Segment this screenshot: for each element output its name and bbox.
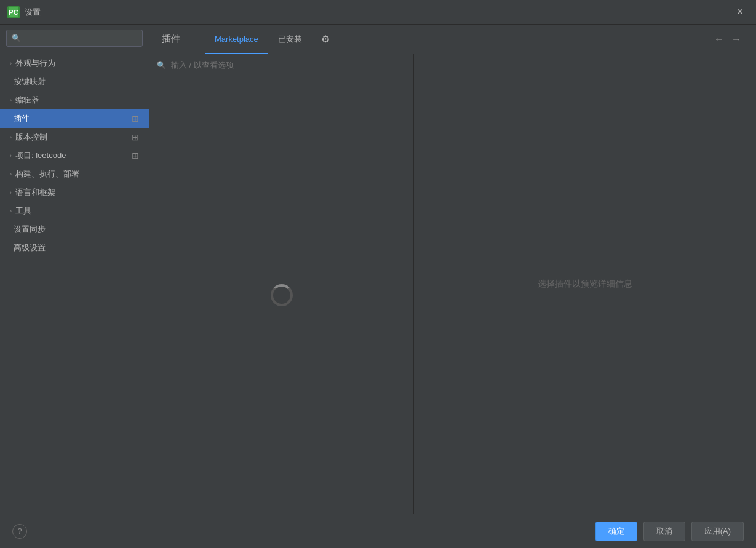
cancel-button[interactable]: 取消 [643, 522, 685, 541]
sidebar-items-list: › 外观与行为 按键映射 › 编辑器 插件 ⊞ › 版本控制 ⊞ [0, 52, 149, 514]
sidebar-item-plugins[interactable]: 插件 ⊞ [0, 109, 149, 128]
close-button[interactable]: × [731, 4, 749, 21]
plugin-detail-placeholder: 选择插件以预览详细信息 [538, 279, 632, 290]
apply-button[interactable]: 应用(A) [691, 522, 744, 541]
plugin-section-title: 插件 [162, 33, 180, 45]
tab-marketplace[interactable]: Marketplace [205, 25, 268, 54]
sidebar-item-label: 插件 [14, 113, 30, 124]
nav-back-button[interactable]: ← [712, 32, 726, 47]
arrow-icon: › [10, 134, 12, 140]
sidebar-item-appearance[interactable]: › 外观与行为 [0, 54, 149, 73]
arrow-icon: › [10, 189, 12, 196]
sidebar: 🔍 › 外观与行为 按键映射 › 编辑器 插件 ⊞ › [0, 25, 149, 514]
ok-button[interactable]: 确定 [595, 522, 637, 541]
tab-nav: ← → [712, 32, 744, 47]
sidebar-item-label: 构建、执行、部署 [15, 169, 79, 180]
arrow-icon: › [10, 60, 12, 66]
plugin-detail-area: 选择插件以预览详细信息 [414, 54, 756, 514]
footer: ? 确定 取消 应用(A) [0, 514, 756, 548]
tabs-container: Marketplace 已安装 ⚙ ← → [205, 25, 744, 54]
sidebar-item-advanced[interactable]: 高级设置 [0, 239, 149, 257]
help-button[interactable]: ? [12, 524, 27, 539]
plugin-search-bar[interactable]: 🔍 [149, 54, 413, 76]
sidebar-item-label: 按键映射 [14, 76, 46, 87]
sidebar-item-label: 外观与行为 [15, 58, 55, 69]
plugin-body: 🔍 选择插件以预览详细信息 [149, 54, 756, 514]
main-content: 🔍 › 外观与行为 按键映射 › 编辑器 插件 ⊞ › [0, 25, 756, 514]
plugin-search-icon: 🔍 [157, 61, 166, 69]
sidebar-item-label: 编辑器 [15, 95, 39, 106]
sidebar-item-label: 工具 [15, 205, 31, 216]
arrow-icon: › [10, 171, 12, 177]
sidebar-item-label: 项目: leetcode [15, 150, 66, 161]
sidebar-item-languages[interactable]: › 语言和框架 [0, 183, 149, 202]
sidebar-item-tools[interactable]: › 工具 [0, 202, 149, 220]
settings-gear-button[interactable]: ⚙ [317, 31, 334, 48]
plugin-search-input[interactable] [171, 60, 406, 69]
plugin-header: 插件 Marketplace 已安装 ⚙ ← → [149, 25, 756, 54]
sidebar-search-container[interactable]: 🔍 [6, 30, 143, 47]
title-bar: PC 设置 × [0, 0, 756, 25]
right-panel: 插件 Marketplace 已安装 ⚙ ← → 🔍 [149, 25, 756, 514]
sidebar-search-input[interactable] [25, 34, 137, 42]
nav-forward-button[interactable]: → [729, 32, 744, 47]
vcs-icon: ⊞ [132, 132, 139, 142]
sidebar-item-project[interactable]: › 项目: leetcode ⊞ [0, 146, 149, 165]
arrow-icon: › [10, 208, 12, 214]
sidebar-item-label: 版本控制 [15, 132, 47, 143]
sidebar-item-label: 语言和框架 [15, 187, 55, 198]
loading-spinner [271, 284, 293, 306]
tab-installed[interactable]: 已安装 [268, 25, 312, 54]
sidebar-item-vcs[interactable]: › 版本控制 ⊞ [0, 128, 149, 146]
plugin-list-content [149, 76, 413, 514]
project-icon: ⊞ [132, 151, 139, 161]
footer-buttons: 确定 取消 应用(A) [595, 522, 744, 541]
plugin-icon: ⊞ [132, 114, 139, 124]
sidebar-item-label: 高级设置 [14, 242, 46, 253]
sidebar-item-keymap[interactable]: 按键映射 [0, 73, 149, 91]
arrow-icon: › [10, 97, 12, 103]
sidebar-item-label: 设置同步 [14, 224, 46, 235]
arrow-icon: › [10, 153, 12, 159]
app-icon: PC [7, 6, 20, 18]
plugin-list-area: 🔍 [149, 54, 414, 514]
sidebar-item-build[interactable]: › 构建、执行、部署 [0, 165, 149, 183]
window-title: 设置 [25, 7, 731, 18]
sidebar-search-icon: 🔍 [12, 34, 21, 42]
sidebar-item-settings-sync[interactable]: 设置同步 [0, 220, 149, 239]
sidebar-item-editor[interactable]: › 编辑器 [0, 91, 149, 109]
